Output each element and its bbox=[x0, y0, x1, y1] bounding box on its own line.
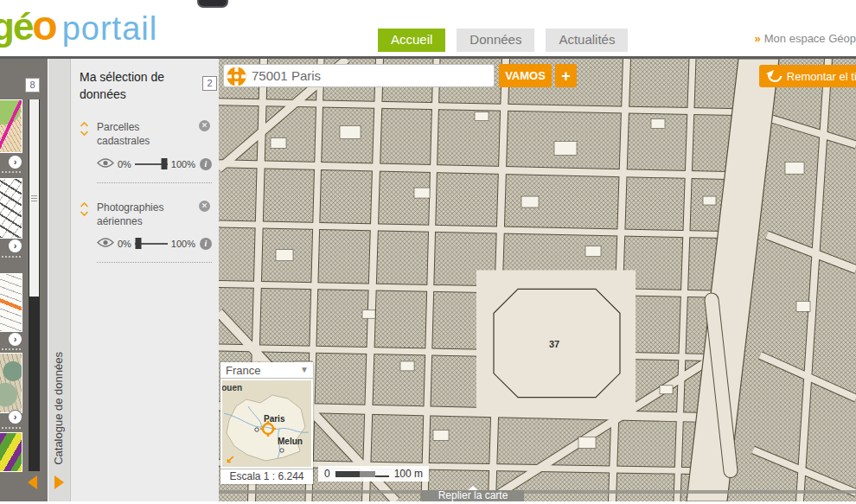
layer-item-photographies: Photographies aériennes ✕ 0% 100% i bbox=[80, 201, 212, 263]
mon-espace-link[interactable]: »Mon espace Géop bbox=[755, 32, 856, 45]
tab-donnees[interactable]: Données bbox=[457, 29, 534, 52]
scalebar-start-label: 0 bbox=[324, 468, 330, 480]
scrollbar-thumb[interactable] bbox=[29, 99, 39, 297]
opacity-max-label: 100% bbox=[171, 239, 195, 249]
scrollbar-grip-icon bbox=[31, 198, 37, 199]
layer-info-icon[interactable]: i bbox=[200, 238, 212, 250]
layer-thumbnail-geology[interactable] bbox=[0, 432, 22, 472]
reorder-chevrons-icon[interactable] bbox=[80, 121, 89, 140]
search-input[interactable] bbox=[252, 65, 490, 86]
resize-corner-icon[interactable]: ↙ bbox=[226, 453, 235, 466]
link-arrow-icon: » bbox=[755, 32, 761, 45]
slider-handle[interactable] bbox=[162, 158, 168, 169]
header: géoportail Accueil Données Actualités »M… bbox=[0, 0, 856, 59]
thumb-expand-icon[interactable]: › bbox=[9, 239, 22, 252]
catalog-strip[interactable]: Catalogue de données bbox=[48, 59, 71, 501]
catalog-strip-label: Catalogue de données bbox=[52, 352, 65, 465]
tab-actualites[interactable]: Actualités bbox=[546, 29, 628, 52]
opacity-min-label: 0% bbox=[118, 239, 131, 249]
remove-layer-icon[interactable]: ✕ bbox=[199, 201, 210, 212]
catalog-scrollbar[interactable] bbox=[29, 99, 40, 471]
opacity-slider-row: 0% 100% i bbox=[97, 236, 212, 252]
visibility-eye-icon[interactable] bbox=[97, 236, 114, 252]
panel-title: Ma sélection de données bbox=[80, 69, 183, 103]
layer-info-icon[interactable]: i bbox=[200, 158, 212, 170]
zoom-add-button[interactable]: + bbox=[555, 64, 577, 87]
divider bbox=[2, 348, 21, 350]
divider bbox=[2, 427, 21, 429]
logo-ge: gé bbox=[0, 5, 32, 48]
undo-arrow-icon bbox=[765, 68, 783, 83]
overview-map[interactable]: Rouen Paris Melun ↙ bbox=[222, 380, 311, 467]
selection-panel: Ma sélection de données 2 Parcelles cada… bbox=[71, 59, 219, 501]
top-notch-decoration bbox=[197, 0, 228, 8]
parcel-number-label: 37 bbox=[549, 339, 559, 349]
main-area: › › › › 8 Catalogue de données Ma sélect… bbox=[0, 59, 856, 501]
geoportail-target-icon bbox=[227, 67, 246, 90]
catalog-sidebar: › › › › 8 bbox=[0, 59, 48, 501]
layer-thumbnail-old-map[interactable] bbox=[0, 353, 22, 413]
main-nav: Accueil Données Actualités bbox=[378, 29, 628, 52]
region-select[interactable]: France ▼ bbox=[220, 362, 313, 379]
opacity-max-label: 100% bbox=[171, 159, 195, 169]
thumb-expand-icon[interactable]: › bbox=[9, 333, 22, 346]
logo-o: o bbox=[32, 3, 57, 48]
parcel-37: 37 bbox=[476, 271, 636, 415]
layer-name: Photographies aériennes bbox=[97, 201, 183, 228]
divider bbox=[2, 256, 21, 258]
thumb-expand-icon[interactable]: › bbox=[9, 156, 22, 169]
time-travel-label: Remontar el tie bbox=[787, 70, 856, 83]
layer-thumbnail-cadastre[interactable] bbox=[0, 178, 22, 239]
opacity-slider[interactable] bbox=[135, 238, 168, 249]
remove-layer-icon[interactable]: ✕ bbox=[199, 120, 210, 131]
mon-espace-label: Mon espace Géop bbox=[764, 32, 856, 45]
city-label-paris: Paris bbox=[264, 414, 285, 424]
city-label-rouen: Rouen bbox=[222, 383, 242, 392]
visibility-eye-icon[interactable] bbox=[97, 156, 114, 172]
layer-thumbnail-plan[interactable] bbox=[0, 273, 22, 332]
search-bar bbox=[223, 64, 495, 87]
region-select-value: France bbox=[226, 364, 260, 377]
divider bbox=[2, 171, 21, 173]
overview-panel: France ▼ Rouen Paris Melun ↙ bbox=[220, 362, 313, 484]
collapse-map-label: Replier la carte bbox=[438, 489, 508, 501]
selection-count-badge: 2 bbox=[202, 76, 217, 91]
time-travel-button[interactable]: Remontar el tie bbox=[759, 65, 856, 87]
layer-name: Parcelles cadastrales bbox=[97, 120, 183, 148]
opacity-slider-row: 0% 100% i bbox=[97, 156, 212, 172]
opacity-slider[interactable] bbox=[135, 158, 168, 169]
expand-catalog-right-icon[interactable] bbox=[54, 475, 64, 489]
map-container: 37 bbox=[219, 59, 856, 501]
divider bbox=[97, 182, 212, 183]
layer-thumbnail-topo[interactable] bbox=[0, 99, 22, 153]
scale-text: Escala 1 : 6.244 bbox=[220, 469, 313, 484]
divider bbox=[97, 262, 212, 263]
slider-handle[interactable] bbox=[136, 238, 142, 249]
thumb-expand-icon[interactable]: › bbox=[9, 411, 22, 424]
collapse-sidebar-left-icon[interactable] bbox=[28, 475, 37, 489]
cadastral-map[interactable]: 37 bbox=[219, 59, 856, 501]
reorder-chevrons-icon[interactable] bbox=[80, 201, 89, 220]
scalebar: 0 100 m bbox=[318, 466, 429, 482]
chevron-up-icon bbox=[468, 486, 478, 490]
geoportail-logo[interactable]: géoportail bbox=[0, 2, 157, 49]
search-go-button[interactable]: VAMOS bbox=[499, 64, 552, 87]
city-label-melun: Melun bbox=[278, 437, 303, 446]
collapse-map-button[interactable]: Replier la carte bbox=[422, 490, 524, 501]
catalog-count-badge: 8 bbox=[25, 78, 40, 93]
opacity-min-label: 0% bbox=[118, 159, 131, 169]
chevron-down-icon: ▼ bbox=[300, 365, 309, 374]
layer-item-parcelles: Parcelles cadastrales ✕ 0% 100% i bbox=[80, 120, 212, 182]
tab-accueil[interactable]: Accueil bbox=[378, 29, 445, 52]
scalebar-end-label: 100 m bbox=[394, 468, 423, 480]
scalebar-bar bbox=[335, 471, 389, 477]
logo-portail: portail bbox=[62, 10, 158, 47]
bottom-bar bbox=[219, 490, 856, 494]
